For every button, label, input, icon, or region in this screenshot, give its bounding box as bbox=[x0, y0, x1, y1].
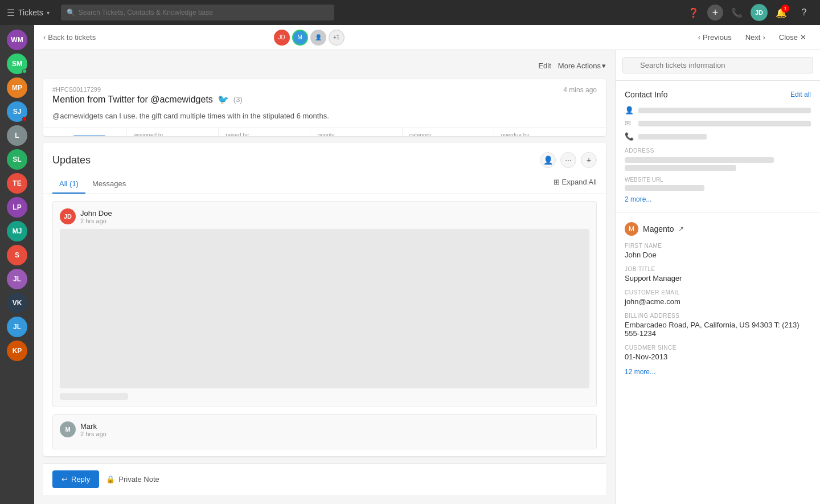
next-chevron-icon: › bbox=[762, 33, 765, 42]
sidebar-avatar-kp[interactable]: KP bbox=[7, 341, 27, 361]
updates-add-btn[interactable]: + bbox=[581, 152, 597, 168]
contact-name-placeholder bbox=[638, 108, 811, 113]
sidebar-avatar-sj[interactable]: SJ bbox=[7, 101, 27, 122]
ticket-header-bar: ‹ Back to tickets JD M 👤 +1 ‹ Previous bbox=[34, 25, 820, 50]
update-entry-2-header: M Mark 2 hrs ago bbox=[60, 421, 589, 437]
assignee-avatar-2[interactable]: M bbox=[292, 30, 308, 46]
app-logo[interactable]: ☰ Tickets ▾ bbox=[7, 7, 50, 18]
update-time-2: 2 hrs ago bbox=[80, 431, 106, 437]
app-name: Tickets bbox=[18, 8, 43, 17]
job-title-value: Support Manager bbox=[625, 274, 811, 282]
main-layout: WM SM MP SJ L SL TE LP MJ S bbox=[0, 25, 820, 504]
update-author-info-1: John Doe 2 hrs ago bbox=[80, 209, 112, 224]
person-icon: 👤 bbox=[625, 106, 634, 114]
first-name-value: John Doe bbox=[625, 251, 811, 259]
edit-all-link[interactable]: Edit all bbox=[790, 91, 811, 99]
next-ticket-button[interactable]: Next › bbox=[741, 31, 770, 44]
sidebar-avatar-sm[interactable]: SM bbox=[7, 54, 27, 74]
user-avatar[interactable]: JD bbox=[751, 4, 768, 21]
reply-bar: ↩ Reply 🔒 Private Note bbox=[43, 463, 606, 495]
sidebar-avatar-s[interactable]: S bbox=[7, 245, 27, 265]
ticket-content-wrapper: Edit More Actions ▾ #HFCS00 bbox=[34, 50, 820, 504]
global-search-bar[interactable]: 🔍 bbox=[61, 5, 334, 21]
add-button[interactable]: + bbox=[707, 5, 723, 21]
ticket-title: Mention from Twitter for @acmewidgets 🐦 … bbox=[52, 94, 243, 105]
sidebar-avatar-l[interactable]: L bbox=[7, 125, 27, 146]
updates-avatar-btn[interactable]: 👤 bbox=[540, 152, 556, 168]
notification-bell[interactable]: 🔔 1 bbox=[772, 3, 790, 22]
assigned-to-field[interactable]: assigned to M Mark bbox=[127, 128, 219, 136]
star-filled-icon[interactable]: ★ bbox=[62, 136, 71, 137]
job-title-field: Job Title Support Manager bbox=[625, 266, 811, 282]
previous-ticket-button[interactable]: ‹ Previous bbox=[694, 31, 736, 44]
sidebar-avatar-jl2[interactable]: JL bbox=[7, 317, 27, 337]
sidebar-avatar-vk[interactable]: VK bbox=[7, 293, 27, 313]
sidebar-avatar-mj[interactable]: MJ bbox=[7, 221, 27, 241]
expand-all-button[interactable]: ⊞ Expand All bbox=[554, 178, 597, 191]
priority-field[interactable]: priority CRITICAL bbox=[310, 128, 402, 136]
contact-email-placeholder bbox=[638, 121, 811, 126]
ticket-body-text: @acmewidgets can I use. the gift card mu… bbox=[43, 112, 606, 127]
overdue-field[interactable]: overdue by Set Due Date bbox=[494, 128, 585, 136]
global-search-input[interactable] bbox=[79, 9, 329, 17]
ticket-nav-buttons: ‹ Previous Next › Close ✕ bbox=[694, 31, 811, 44]
right-search-input[interactable] bbox=[622, 57, 813, 73]
sidebar-avatar-lp[interactable]: LP bbox=[7, 197, 27, 218]
sidebar-avatar-mp[interactable]: MP bbox=[7, 77, 27, 98]
update-avatar-1: JD bbox=[60, 208, 76, 224]
back-to-tickets-link[interactable]: ‹ Back to tickets bbox=[43, 33, 96, 42]
sidebar-avatar-jl1[interactable]: JL bbox=[7, 269, 27, 289]
raised-by-field[interactable]: raised by JD John Doe bbox=[219, 128, 310, 136]
avatar-overflow-count[interactable]: +1 bbox=[329, 30, 345, 46]
ticket-assignees: JD M 👤 +1 bbox=[274, 30, 345, 46]
more-actions-button[interactable]: More Actions ▾ bbox=[558, 62, 606, 70]
category-field[interactable]: category HappyFox Sales bbox=[403, 128, 494, 136]
assigned-to-label: assigned to bbox=[134, 132, 211, 136]
sidebar-avatar-sl[interactable]: SL bbox=[7, 149, 27, 170]
sidebar-avatar-wm[interactable]: WM bbox=[7, 30, 27, 50]
magento-icon: M bbox=[625, 222, 638, 236]
ticket-timestamp: 4 mins ago bbox=[563, 86, 597, 94]
assignee-avatar-1[interactable]: JD bbox=[274, 30, 290, 46]
question-mark-btn[interactable]: ? bbox=[795, 3, 813, 22]
assignee-avatar-3[interactable]: 👤 bbox=[310, 30, 326, 46]
ticket-card: #HFCS00117299 Mention from Twitter for @… bbox=[43, 79, 606, 136]
reply-button[interactable]: ↩ Reply bbox=[52, 470, 99, 488]
tab-messages[interactable]: Messages bbox=[85, 175, 133, 194]
tab-all[interactable]: All (1) bbox=[52, 175, 85, 194]
ticket-main-area: Edit More Actions ▾ #HFCS00 bbox=[34, 50, 615, 504]
right-panel-search: 🔍 bbox=[616, 50, 820, 81]
customer-since-value: 01-Nov-2013 bbox=[625, 353, 811, 361]
nav-right-section: ❓ + 📞 JD 🔔 1 ? bbox=[684, 3, 813, 22]
open-status-button[interactable]: OPEN bbox=[73, 136, 106, 137]
ticket-card-header: #HFCS00117299 Mention from Twitter for @… bbox=[43, 79, 606, 112]
help-icon-btn[interactable]: ❓ bbox=[684, 3, 703, 22]
phone-icon-btn[interactable]: 📞 bbox=[728, 3, 746, 22]
updates-header-actions: 👤 ··· + bbox=[540, 152, 597, 168]
private-note-icon: 🔒 bbox=[106, 475, 115, 483]
reply-icon: ↩ bbox=[62, 475, 68, 483]
right-search-wrapper: 🔍 bbox=[622, 57, 813, 73]
update-author-info-2: Mark 2 hrs ago bbox=[80, 422, 106, 437]
website-placeholder bbox=[625, 185, 704, 191]
updates-more-btn[interactable]: ··· bbox=[560, 152, 576, 168]
contact-phone-placeholder bbox=[638, 134, 707, 140]
edit-ticket-link[interactable]: Edit bbox=[538, 62, 551, 70]
update-entry-1: JD John Doe 2 hrs ago bbox=[52, 201, 597, 407]
raised-by-label: raised by bbox=[226, 132, 303, 136]
back-chevron-icon: ‹ bbox=[43, 33, 46, 42]
close-x-icon: ✕ bbox=[800, 33, 806, 42]
contact-more-link[interactable]: 2 more... bbox=[625, 195, 811, 203]
billing-address-field: Billing Address Embarcadeo Road, PA, Cal… bbox=[625, 313, 811, 338]
external-link-icon[interactable]: ↗ bbox=[678, 225, 684, 233]
ticket-meta-row: ☆ ★ OPEN 🙂 assigned to M Mark bbox=[43, 127, 606, 136]
updates-section: Updates 👤 ··· + All (1) Messages ⊞ Expan… bbox=[43, 143, 606, 456]
notification-badge: 1 bbox=[781, 5, 789, 13]
private-note-button[interactable]: 🔒 Private Note bbox=[106, 475, 159, 483]
sidebar-avatar-te[interactable]: TE bbox=[7, 173, 27, 194]
ticket-reply-count: (3) bbox=[233, 95, 243, 104]
magento-more-link[interactable]: 12 more... bbox=[625, 368, 811, 376]
right-panel: 🔍 Contact Info Edit all 👤 ✉ bbox=[615, 50, 820, 504]
close-ticket-button[interactable]: Close ✕ bbox=[774, 31, 811, 44]
star-outline-icon[interactable]: ☆ bbox=[50, 136, 59, 137]
